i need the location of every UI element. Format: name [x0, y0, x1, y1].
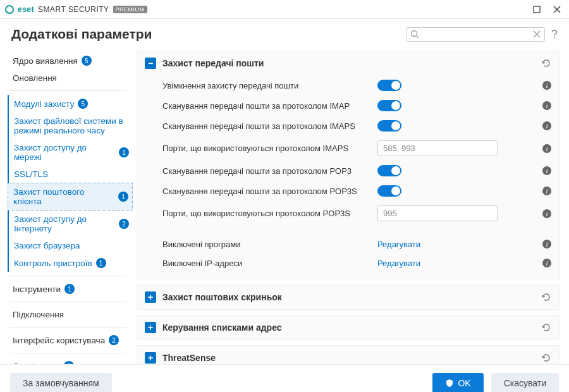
sidebar-item[interactable]: Модулі захисту5: [8, 95, 133, 113]
setting-row: Сканування передачі пошти за протоколом …: [162, 181, 552, 201]
brand-eset: eset: [18, 5, 34, 14]
svg-text:i: i: [546, 240, 548, 248]
toggle-switch[interactable]: [377, 185, 401, 197]
panel-header[interactable]: −Захист передачі пошти: [137, 51, 560, 75]
panel-header[interactable]: +Керування списками адрес: [137, 315, 560, 340]
panel-header[interactable]: +ThreatSense: [137, 346, 560, 364]
setting-label: Сканування передачі пошти за протоколом …: [162, 187, 377, 196]
window-close-icon[interactable]: [550, 3, 564, 16]
ok-button[interactable]: OK: [432, 373, 483, 393]
setting-row: Сканування передачі пошти за протоколом …: [162, 161, 552, 181]
sidebar-item[interactable]: Ядро виявлення5: [9, 52, 133, 70]
edit-link[interactable]: Редагувати: [377, 240, 420, 249]
setting-row: Сканування передачі пошти за протоколом …: [162, 95, 552, 116]
sidebar-item[interactable]: Захист файлової системи в режимі реально…: [8, 113, 133, 139]
toggle-switch[interactable]: [377, 80, 401, 91]
info-icon[interactable]: i: [542, 101, 552, 111]
sidebar: Ядро виявлення5ОновленняМодулі захисту5З…: [0, 48, 133, 364]
search-input[interactable]: [419, 30, 533, 39]
info-icon[interactable]: i: [542, 258, 552, 268]
expand-icon[interactable]: +: [145, 352, 156, 364]
eset-logo-icon: [5, 5, 14, 14]
clear-search-icon[interactable]: [533, 30, 541, 38]
svg-rect-1: [534, 6, 540, 13]
collapse-icon[interactable]: −: [145, 58, 156, 69]
sidebar-item-label: Захист браузера: [14, 241, 80, 250]
setting-label: Увімкнення захисту передачі пошти: [162, 81, 377, 90]
sidebar-item-label: Захист доступу до мережі: [14, 143, 115, 162]
revert-icon[interactable]: [541, 58, 552, 69]
brand-tag: PREMIUM: [113, 6, 147, 13]
panel-title: Захист передачі пошти: [162, 58, 264, 68]
panel-body: Увімкнення захисту передачі поштиiСканув…: [137, 75, 560, 279]
toggle-switch[interactable]: [377, 100, 401, 111]
brand-name: SMART SECURITY: [38, 5, 109, 14]
sidebar-item[interactable]: Захист доступу до мережі1: [8, 139, 133, 166]
toggle-switch[interactable]: [377, 120, 401, 132]
sidebar-item-label: Модулі захисту: [14, 99, 74, 109]
sidebar-item[interactable]: Інтерфейс користувача2: [9, 331, 133, 349]
revert-icon[interactable]: [541, 322, 552, 333]
badge: 5: [64, 361, 74, 364]
text-input[interactable]: [377, 205, 498, 221]
sidebar-item-label: Підключення: [13, 310, 64, 319]
svg-text:i: i: [546, 259, 548, 267]
sidebar-item[interactable]: Сповіщення5: [9, 357, 133, 364]
info-icon[interactable]: i: [542, 80, 552, 90]
sidebar-item[interactable]: Захист браузера: [8, 237, 133, 254]
sidebar-item-label: Захист файлової системи в режимі реально…: [14, 116, 129, 135]
panel-header[interactable]: +Захист поштових скриньок: [137, 285, 560, 309]
window-maximize-icon[interactable]: [530, 3, 544, 16]
setting-label: Сканування передачі пошти за протоколом …: [162, 121, 377, 131]
svg-text:i: i: [546, 210, 548, 217]
info-icon[interactable]: i: [542, 121, 552, 131]
text-input[interactable]: [377, 140, 498, 156]
sidebar-item[interactable]: Контроль пристроїв1: [8, 254, 133, 272]
badge: 5: [82, 56, 92, 66]
sidebar-item[interactable]: Оновлення: [9, 70, 133, 87]
setting-row: Увімкнення захисту передачі поштиi: [162, 75, 552, 95]
info-icon[interactable]: i: [542, 144, 552, 154]
ok-label: OK: [458, 378, 470, 388]
info-icon[interactable]: i: [542, 209, 552, 219]
info-icon[interactable]: i: [542, 239, 552, 249]
sidebar-item[interactable]: Інструменти1: [9, 280, 133, 298]
sidebar-item-label: Інструменти: [13, 285, 61, 294]
search-icon: [410, 30, 419, 39]
sidebar-divider: [9, 302, 126, 302]
toggle-switch[interactable]: [377, 165, 401, 176]
svg-point-0: [6, 6, 13, 13]
sidebar-item[interactable]: Захист доступу до Інтернету2: [8, 211, 133, 237]
search-box[interactable]: [406, 27, 545, 42]
panel-title: Захист поштових скриньок: [162, 292, 282, 302]
setting-label: Виключені IP-адреси: [162, 259, 377, 268]
revert-icon[interactable]: [541, 352, 552, 364]
sidebar-divider: [9, 276, 126, 276]
sidebar-item[interactable]: Підключення: [9, 306, 133, 323]
help-icon[interactable]: ?: [551, 28, 558, 41]
badge: 1: [119, 147, 129, 157]
defaults-button[interactable]: За замовчуванням: [10, 373, 112, 393]
revert-icon[interactable]: [541, 291, 552, 303]
sidebar-item[interactable]: SSL/TLS: [8, 166, 133, 183]
expand-icon[interactable]: +: [145, 291, 156, 303]
info-icon[interactable]: i: [542, 186, 552, 196]
sidebar-item-label: Захист доступу до Інтернету: [14, 214, 115, 233]
setting-label: Порти, що використовуються протоколом IM…: [162, 144, 377, 153]
setting-row: Порти, що використовуються протоколом PO…: [162, 201, 552, 226]
badge: 1: [96, 258, 106, 268]
svg-text:i: i: [546, 187, 548, 195]
setting-label: Сканування передачі пошти за протоколом …: [162, 166, 377, 176]
setting-row: Виключені IP-адресиРедагуватиi: [162, 254, 552, 273]
badge: 5: [78, 99, 88, 109]
main-content: −Захист передачі поштиУвімкнення захисту…: [133, 48, 569, 364]
panel: −Захист передачі поштиУвімкнення захисту…: [137, 51, 560, 279]
sidebar-item[interactable]: Захист поштового клієнта1: [8, 183, 133, 211]
edit-link[interactable]: Редагувати: [377, 259, 420, 268]
cancel-button[interactable]: Скасувати: [491, 373, 559, 393]
expand-icon[interactable]: +: [145, 322, 156, 333]
sidebar-item-label: Ядро виявлення: [13, 56, 78, 66]
svg-text:i: i: [546, 122, 548, 130]
info-icon[interactable]: i: [542, 166, 552, 176]
sidebar-item-label: Сповіщення: [13, 362, 60, 365]
